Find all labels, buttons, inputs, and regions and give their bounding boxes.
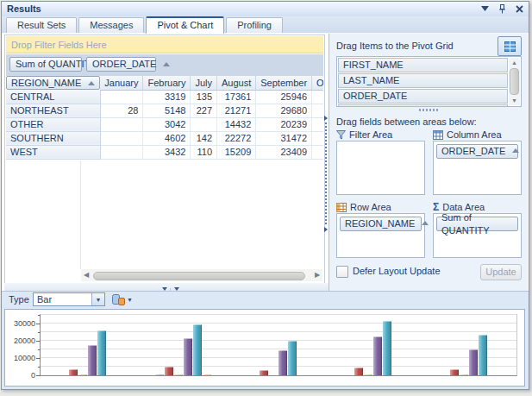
chevron-down-icon[interactable] [479,3,491,15]
pivot-cell [312,90,323,104]
tab-pivot-chart[interactable]: Pivot & Chart [146,16,224,34]
bar-february-southern [354,368,363,375]
row-area-field-button[interactable]: REGION_NAME [340,217,422,231]
field-list-item[interactable]: LAST_NAME [338,73,508,88]
filter-area-box[interactable] [336,141,425,195]
field-list-item[interactable]: ORDER_ID [338,104,508,107]
field-list-resize-handle[interactable] [419,109,438,111]
pivot-cell: 142 [191,131,217,145]
pivot-cell: 25946 [256,90,312,104]
tab-messages[interactable]: Messages [78,17,144,33]
chevron-down-icon[interactable]: ▼ [91,293,104,305]
filter-fields-drop-zone[interactable]: Drop Filter Fields Here [6,36,323,53]
field-list-item[interactable]: FIRST_NAME [338,58,508,72]
column-area-field-button[interactable]: ORDER_DATE [436,144,518,159]
pivot-row: NORTHEAST2851482272127129680 [6,104,323,117]
chart-appearance-button[interactable]: ▼ [110,292,135,306]
sort-asc-icon [422,221,429,225]
vertical-splitter[interactable] [322,116,329,232]
tab-result-sets[interactable]: Result Sets [6,17,77,33]
row-area-box[interactable]: REGION_NAME [336,213,425,258]
pivot-cell [312,145,323,159]
panel-title: Results [7,3,41,14]
horizontal-splitter[interactable] [4,283,329,291]
chart-plot-area [40,314,517,376]
data-area-box[interactable]: Sum of QUANTITY [433,213,522,258]
y-axis-tick-label: 30000 [6,319,35,328]
row-header-divider [80,160,81,269]
row-header: NORTHEAST [6,104,100,117]
drag-areas-hint: Drag fields between areas below: [336,116,477,127]
chevron-down-icon[interactable]: ▼ [127,297,133,303]
scroll-thumb[interactable] [93,272,305,280]
defer-layout-label: Defer Layout Update [353,266,441,276]
column-header: October [312,76,323,90]
pivot-cell: 5148 [143,104,191,117]
scroll-left-icon[interactable]: ◀ [81,270,91,280]
pivot-horizontal-scrollbar[interactable]: ◀ ▶ [81,269,322,281]
y-axis-tick [36,341,41,342]
y-axis-tick-label: 0 [6,371,35,380]
row-header: OTHER [6,117,100,131]
field-chooser-panel: Drag Items to the Pivot Grid ▲ ▼ FIRST_N… [329,34,528,291]
pivot-layout-button[interactable] [498,36,522,56]
scroll-right-icon[interactable]: ▶ [312,270,322,280]
close-icon[interactable] [513,3,525,15]
scroll-down-icon[interactable]: ▼ [511,96,517,105]
scroll-thumb[interactable] [510,68,519,95]
chart-zone: Type Bar ▼ ▼ 0100002000030000 [2,291,529,389]
pivot-cell: 20239 [256,117,312,131]
pivot-row: CENTRAL33191351736125946 [6,90,323,104]
tab-profiling[interactable]: Profiling [226,17,283,33]
defer-layout-checkbox[interactable] [336,266,348,278]
scroll-track[interactable] [91,271,312,280]
gridline [41,323,516,324]
bar-september-west [479,335,487,375]
bar-february-central [69,369,78,375]
bar-february-west [450,369,459,375]
scroll-up-icon[interactable]: ▲ [511,58,517,67]
chart-toolbar: Type Bar ▼ ▼ [2,292,529,308]
data-area-field-button[interactable]: Sum of QUANTITY [436,217,518,231]
column-field-button[interactable]: ORDER_DATE [86,57,156,72]
bar-september-other [288,341,297,375]
bar-august-northeast [184,338,192,375]
bar-august-other [279,350,287,375]
pivot-cell: 21271 [217,104,256,117]
field-chooser-title: Drag Items to the Pivot Grid [336,41,454,51]
pivot-cell: 227 [191,104,217,117]
y-axis-tick [36,375,41,376]
grid-layout-icon [504,41,516,52]
row-header: CENTRAL [6,90,100,104]
y-axis-tick [38,349,41,350]
collapse-right-icon[interactable] [324,116,328,121]
column-header: September [256,76,312,90]
column-area-box[interactable]: ORDER_DATE [433,141,522,195]
update-button[interactable]: Update [480,264,522,280]
y-axis-tick-label: 20000 [6,336,35,345]
bar-september-northeast [193,324,202,375]
pivot-row: OTHER30421443220239 [6,117,323,131]
chart-type-combobox[interactable]: Bar ▼ [33,292,105,306]
collapse-right-icon[interactable] [324,227,328,232]
sort-asc-icon [163,62,170,66]
pin-icon[interactable] [496,3,508,15]
pivot-cell [312,104,323,117]
bar-august-southern [373,336,382,375]
field-list-scrollbar[interactable]: ▲ ▼ [509,58,520,105]
bar-july-west [460,374,468,375]
gridline [41,331,516,332]
column-header: January [100,76,143,90]
pivot-cell: 4602 [143,131,191,145]
data-field-button[interactable]: Sum of QUANTITY [9,57,82,72]
pivot-cell [100,131,143,145]
pivot-cell [312,131,323,145]
gridline [41,314,516,315]
pivot-cell: 14432 [217,117,256,131]
pivot-table: REGION_NAMEJanuaryFebruaryJulyAugustSept… [6,76,323,160]
pivot-cell: 3319 [143,90,191,104]
bar-september-central [97,330,106,375]
field-list-item[interactable]: ORDER_DATE [338,89,508,104]
row-field-button[interactable]: REGION_NAME [6,76,100,90]
pivot-cell [100,117,143,131]
